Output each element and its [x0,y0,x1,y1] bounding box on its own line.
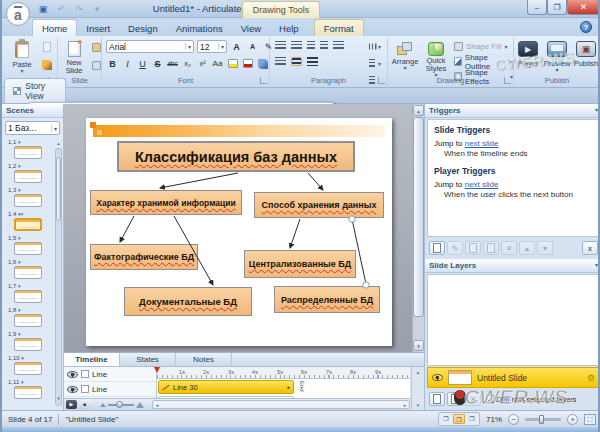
arrange-button[interactable]: Arrange ▾ [390,39,420,77]
align-right-icon[interactable] [307,57,318,66]
scene-selector[interactable]: 1 Баз... ▾ [5,121,60,135]
slide-item-1-10[interactable]: 1.10 ▾ [8,354,56,378]
slide-thumbnail[interactable] [14,170,42,183]
text-direction-button[interactable]: ▾ [369,40,381,53]
slide-thumbnail[interactable] [14,290,42,303]
timeline-bar-line30[interactable]: Line 30 ▸ [158,380,294,394]
shape-factographic-db[interactable]: Фактографические БД [90,244,198,270]
preview-view-icon[interactable]: ❐ [466,414,478,424]
canvas-scroll-thumb[interactable] [413,117,424,317]
move-trigger-down-icon[interactable]: ▾ [537,241,553,255]
timeline-horizontal-scrollbar[interactable]: ◂ ▸ [152,400,410,409]
qat-dropdown-icon[interactable]: ▾ [90,2,104,15]
scenes-scroll-up-icon[interactable]: ▴ [55,140,62,147]
slide-thumbnail[interactable] [14,314,42,327]
minimize-button[interactable]: – [527,0,547,15]
layer-gear-icon[interactable]: ⚙ [587,373,595,383]
fit-to-window-icon[interactable]: ⛶ [584,414,596,425]
shape-centralized-db[interactable]: Централизованные БД [244,250,356,278]
scenes-scroll-thumb[interactable] [56,157,61,221]
timeline-vertical-scrollbar[interactable]: ▴ ▾ [411,367,424,410]
trigger-item[interactable]: Jump to next slide [434,139,593,148]
visibility-eye-icon[interactable] [67,371,78,378]
new-slide-button[interactable]: New Slide [59,39,89,77]
slide-item-1-6[interactable]: 1.6 ▾ [8,258,56,282]
numbering-icon[interactable] [291,41,302,50]
slide-view-icon[interactable]: ❐ [453,414,465,424]
dim-layers-checkbox[interactable]: ✓ [486,395,494,403]
slide-item-1-5[interactable]: 1.5 ▾ [8,234,56,258]
shape-storage-character[interactable]: Характер хранимой информации [90,190,242,215]
layer-visibility-eye-icon[interactable] [432,374,443,381]
close-button[interactable]: ✕ [567,0,600,15]
tab-home[interactable]: Home [32,19,77,36]
subscript-button[interactable]: x₂ [181,57,194,70]
bold-button[interactable]: B [106,57,119,70]
publish-button[interactable]: Publish [572,39,600,77]
scenes-scrollbar[interactable] [55,148,62,406]
lock-checkbox[interactable] [81,370,89,378]
tab-states[interactable]: States [120,353,176,366]
align-center-icon[interactable] [291,57,302,66]
shape-title[interactable]: Классификация баз данных [117,141,355,172]
slide-layers-header[interactable]: Slide Layers ▾ [425,259,600,273]
slide-thumbnail[interactable] [14,338,42,351]
shape-fill-button[interactable]: Shape Fill▾ [454,40,513,53]
shape-outline-button[interactable]: Shape Outline▾ [454,55,513,68]
timeline-zoom-slider[interactable] [108,404,134,406]
font-family-combo[interactable]: Arial ▾ [106,40,194,53]
timeline-scroll-up-icon[interactable]: ▴ [417,369,420,375]
zoom-in-button[interactable]: + [567,414,578,425]
tab-insert[interactable]: Insert [77,20,119,36]
slide-item-1-1[interactable]: 1.1 ▾ [8,138,56,162]
paragraph-dialog-launcher-icon[interactable] [378,77,385,84]
zoom-slider[interactable] [525,418,561,421]
timeline-row-line29-name[interactable]: Line [64,382,156,397]
playhead-marker[interactable] [154,367,160,373]
shrink-font-button[interactable]: A [246,40,259,53]
bar-resize-icon[interactable]: ▸ [287,384,290,390]
player-button[interactable]: Player [514,39,542,77]
slide-thumbnail[interactable] [14,242,42,255]
story-view-tab[interactable]: Story View [4,78,66,103]
slide-item-1-11[interactable]: 1.11 ▾ [8,378,56,402]
timeline-row-line30-name[interactable]: Line [64,367,156,382]
delete-trigger-icon[interactable]: ✕ [501,241,517,255]
new-layer-button[interactable] [429,392,445,406]
slide-item-1-7[interactable]: 1.7 ▾ [8,282,56,306]
edit-trigger-icon[interactable]: ✎ [447,241,463,255]
slide-thumbnail[interactable] [14,386,42,399]
text-highlighter-icon[interactable] [256,57,269,70]
timeline-ruler[interactable]: 1s 2s 3s 4s 5s 6s 7s 8s 9s [157,367,410,379]
tab-animations[interactable]: Animations [167,20,232,36]
line-spacing-icon[interactable] [333,41,344,50]
slide-item-1-3[interactable]: 1.3 ▾ [8,186,56,210]
quick-styles-button[interactable]: Quick Styles ▾ [420,39,452,77]
scroll-right-icon[interactable]: ▸ [401,401,409,408]
maximize-button[interactable]: ❐ [547,0,567,15]
scenes-scroll-down-icon[interactable]: ▾ [55,395,62,402]
shape-distributed-db[interactable]: Распределенные БД [274,286,380,313]
shape-documentary-db[interactable]: Документальные БД [124,287,252,316]
font-dialog-launcher-icon[interactable] [260,77,267,84]
canvas-scroll-down-icon[interactable]: ▾ [413,340,424,351]
trigger-link[interactable]: next slide [465,139,499,148]
slide-thumbnail[interactable] [14,362,42,375]
slide-item-1-4-selected[interactable]: 1.4 ▾▾ [8,210,56,234]
trigger-item[interactable]: Jump to next slide [434,180,593,189]
help-icon[interactable]: ? [580,21,592,33]
story-view-icon[interactable]: ❐ [440,414,452,424]
preview-button[interactable]: Preview ▾ [542,39,572,77]
slide-thumbnail[interactable] [14,218,42,231]
timeline-zoom-knob[interactable] [116,401,123,408]
copy-icon[interactable] [40,41,54,53]
slide-thumbnail[interactable] [14,146,42,159]
save-icon[interactable]: ▣ [36,2,50,15]
tab-help[interactable]: Help [270,20,308,36]
highlight-color-button[interactable] [226,57,239,70]
layers-collapse-icon[interactable]: ▾ [595,261,598,270]
undo-icon[interactable]: ↶ [54,2,68,15]
align-left-icon[interactable] [275,57,286,66]
format-painter-icon[interactable] [40,59,54,71]
font-color-button[interactable] [241,57,254,70]
